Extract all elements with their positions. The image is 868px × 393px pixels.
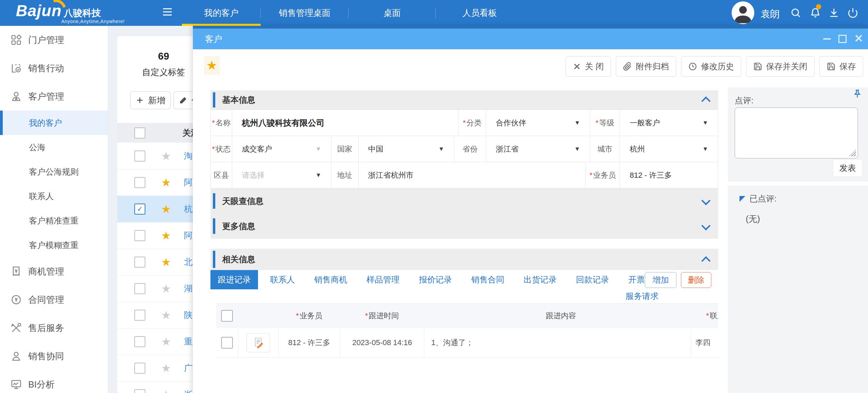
user-avatar[interactable] [732, 1, 754, 24]
download-icon[interactable] [828, 7, 839, 18]
row-checkbox[interactable] [221, 337, 233, 349]
left-sidebar: 门户管理 销售行动 客户管理 我的客户 公海 客户公海规则 联系人 客户精准查重… [0, 26, 108, 393]
modify-history-button[interactable]: 修改历史 [681, 56, 741, 77]
row-checkbox[interactable] [134, 177, 145, 188]
country-select[interactable]: 中国▼ [359, 136, 454, 162]
maximize-icon[interactable] [838, 35, 847, 43]
district-select[interactable]: 请选择▼ [232, 162, 331, 188]
level-select[interactable]: 一般客户▼ [620, 110, 718, 136]
sidebar-item-after-sales[interactable]: 售后服务 [0, 314, 108, 342]
notification-badge [816, 4, 821, 9]
tab-contacts[interactable]: 联系人 [263, 270, 302, 289]
province-label: 省份 [454, 136, 486, 162]
star-icon[interactable]: ★ [159, 309, 173, 322]
section-more-info[interactable]: 更多信息 [210, 214, 718, 239]
comment-compose-block: 点评: 发表 [728, 87, 868, 182]
add-button[interactable]: 新增 [130, 91, 171, 109]
star-icon[interactable]: ★ [159, 203, 173, 216]
sidebar-item-sales-collab[interactable]: 销售协同 [0, 342, 108, 370]
owner-label: *业务员 [586, 162, 620, 188]
sidebar-item-portal[interactable]: 门户管理 [0, 26, 108, 54]
city-select[interactable]: 杭州▼ [620, 136, 718, 162]
star-icon[interactable]: ★ [159, 256, 173, 269]
power-icon[interactable] [847, 7, 858, 18]
name-field[interactable]: 杭州八骏科技有限公司 [232, 110, 459, 136]
publish-button[interactable]: 发表 [833, 159, 862, 177]
star-icon[interactable]: ★ [159, 282, 173, 295]
attachment-archive-button[interactable]: 附件归档 [616, 56, 676, 77]
save-button[interactable]: 保存 [819, 56, 863, 77]
sidebar-item-contract[interactable]: 合同管理 [0, 286, 108, 314]
table-row[interactable]: 812 - 许三多 2023-05-08 14:16 1、沟通了； 李四 [216, 328, 718, 358]
row-checkbox[interactable] [134, 230, 145, 241]
save-and-close-button[interactable]: 保存并关闭 [746, 56, 815, 77]
category-select[interactable]: 合作伙伴▼ [486, 110, 590, 136]
collapse-chevron-icon[interactable] [701, 96, 711, 106]
province-select[interactable]: 浙江省▼ [486, 136, 590, 162]
row-checkbox[interactable] [134, 389, 145, 393]
top-tabs: 我的客户 销售管理桌面 桌面 人员看板 [182, 0, 524, 26]
section-related-info[interactable]: 相关信息 [210, 249, 718, 270]
dropdown-arrow-icon: ▼ [574, 120, 580, 126]
sidebar-subitem-sea-rules[interactable]: 客户公海规则 [0, 159, 108, 184]
tab-opportunities[interactable]: 销售商机 [307, 270, 354, 289]
row-checkbox[interactable] [134, 310, 145, 321]
record-detail-button[interactable] [247, 333, 270, 352]
star-icon[interactable]: ★ [159, 229, 173, 242]
close-icon[interactable] [854, 33, 863, 43]
sidebar-subitem-public-sea[interactable]: 公海 [0, 135, 108, 159]
tab-shipments[interactable]: 出货记录 [516, 270, 564, 289]
star-icon[interactable]: ★ [159, 176, 173, 189]
row-checkbox[interactable] [134, 336, 145, 347]
sidebar-subitem-contacts[interactable]: 联系人 [0, 184, 108, 208]
sidebar-subitem-fuzzy-dedup[interactable]: 客户模糊查重 [0, 233, 108, 257]
star-icon[interactable]: ★ [159, 388, 173, 393]
row-checkbox[interactable] [134, 283, 145, 294]
sidebar-item-sales-action[interactable]: 销售行动 [0, 54, 108, 82]
row-checkbox[interactable] [134, 204, 145, 215]
owner-field[interactable]: 812 - 许三多 [620, 162, 718, 188]
username-label[interactable]: 袁朗 [761, 8, 780, 21]
select-all-checkbox[interactable] [134, 127, 145, 138]
sidebar-subitem-my-customers[interactable]: 我的客户 [0, 111, 108, 135]
expand-chevron-icon[interactable] [701, 221, 711, 230]
close-button[interactable]: 关 闭 [566, 56, 611, 77]
star-icon[interactable]: ★ [159, 149, 173, 163]
sidebar-item-opportunity[interactable]: 商机管理 [0, 257, 108, 286]
tab-service-requests[interactable]: 服务请求 [626, 291, 659, 302]
pin-icon[interactable] [852, 89, 862, 99]
favorite-tile[interactable]: ★ [204, 56, 220, 75]
tab-contracts[interactable]: 销售合同 [464, 270, 512, 289]
sidebar-item-customer-mgmt[interactable]: 客户管理 [0, 82, 108, 111]
tab-quotes[interactable]: 报价记录 [412, 270, 459, 289]
sidebar-item-bi-analysis[interactable]: BI分析 [0, 370, 108, 393]
address-field[interactable]: 浙江省杭州市 [359, 162, 586, 188]
tab-payments[interactable]: 回款记录 [569, 270, 616, 289]
star-icon[interactable]: ★ [159, 362, 173, 375]
comment-textarea[interactable] [735, 107, 858, 158]
row-checkbox[interactable] [134, 257, 145, 268]
top-tab-personnel-board[interactable]: 人员看板 [436, 0, 524, 26]
section-tianyancha[interactable]: 天眼查信息 [210, 188, 718, 214]
delete-record-button[interactable]: 删除 [681, 272, 711, 288]
top-tab-desktop[interactable]: 桌面 [349, 0, 436, 26]
search-icon[interactable] [790, 7, 801, 18]
sidebar-subitem-exact-dedup[interactable]: 客户精准查重 [0, 208, 108, 233]
section-basic-info[interactable]: 基本信息 [210, 90, 718, 110]
form-column: 基本信息 *名称 杭州八骏科技有限公司 *分类 合作伙伴▼ *等级 一般客户▼ … [210, 83, 718, 393]
tab-samples[interactable]: 样品管理 [359, 270, 407, 289]
table-select-all-checkbox[interactable] [221, 310, 233, 322]
row-checkbox[interactable] [134, 151, 145, 162]
top-tab-sales-desktop[interactable]: 销售管理桌面 [261, 0, 349, 26]
tab-follow-records[interactable]: 跟进记录 [210, 270, 258, 289]
modal-title: 客户 [205, 33, 222, 45]
status-select[interactable]: 成交客户▼ [232, 136, 331, 162]
collapse-chevron-icon[interactable] [701, 256, 711, 266]
expand-chevron-icon[interactable] [701, 196, 711, 205]
star-icon[interactable]: ★ [159, 335, 173, 348]
add-record-button[interactable]: 增加 [645, 272, 676, 288]
minimize-icon[interactable] [823, 38, 831, 40]
menu-hamburger-icon[interactable] [163, 8, 172, 18]
top-tab-my-customers[interactable]: 我的客户 [182, 0, 261, 26]
row-checkbox[interactable] [134, 363, 145, 374]
